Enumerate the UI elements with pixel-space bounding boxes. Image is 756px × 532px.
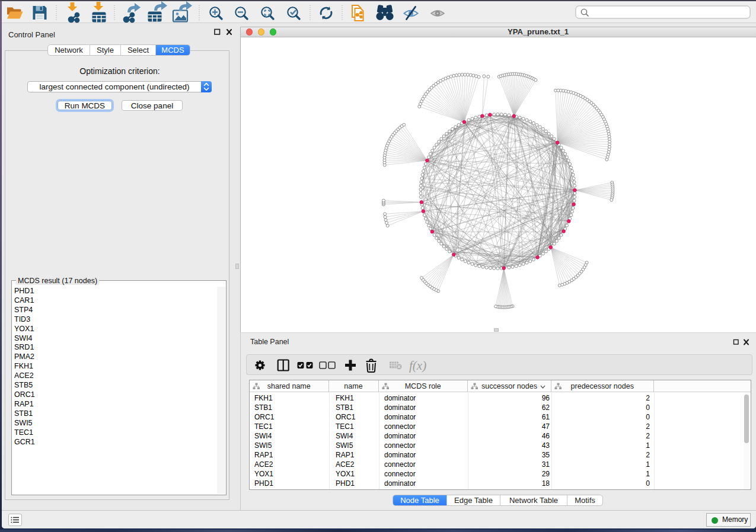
svg-text:f(x): f(x) (409, 358, 426, 373)
